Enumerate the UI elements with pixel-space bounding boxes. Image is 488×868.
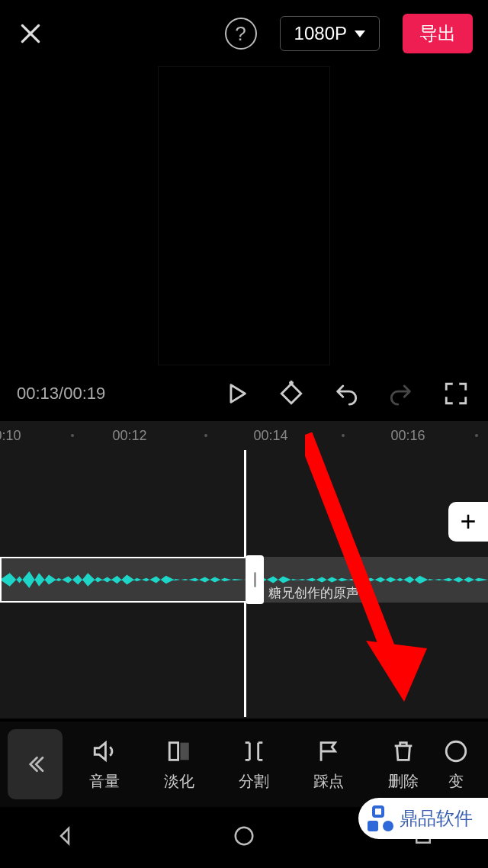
fade-icon (166, 738, 192, 765)
tool-volume[interactable]: 音量 (67, 738, 142, 792)
back-button[interactable] (8, 729, 63, 799)
undo-icon[interactable] (331, 378, 361, 409)
ruler-tick: 00:14 (253, 428, 287, 444)
keyframe-icon[interactable] (276, 378, 307, 409)
svg-point-2 (446, 741, 466, 761)
player-controls: 00:13/00:19 (0, 365, 488, 413)
help-icon[interactable]: ? (225, 18, 257, 50)
redo-icon[interactable] (386, 378, 416, 409)
nav-home-icon[interactable] (233, 825, 255, 850)
change-icon (443, 738, 469, 765)
volume-icon (92, 738, 117, 765)
tool-split[interactable]: 分割 (217, 738, 291, 792)
svg-point-4 (236, 828, 253, 845)
video-preview[interactable] (159, 67, 329, 365)
resolution-selector[interactable]: 1080P (280, 16, 380, 51)
fullscreen-icon[interactable] (441, 378, 471, 409)
nav-back-icon[interactable] (53, 825, 76, 850)
time-ruler[interactable]: 0:10 00:12 00:14 00:16 (0, 421, 488, 450)
audio-track[interactable]: 糖兄创作的原声 (0, 557, 488, 603)
svg-rect-0 (169, 742, 178, 760)
resolution-label: 1080P (294, 23, 347, 44)
tool-delete[interactable]: 删除 (366, 738, 441, 792)
watermark-logo-icon (368, 805, 393, 831)
timeline[interactable]: 0:10 00:12 00:14 00:16 + 糖兄创作的原声 (0, 421, 488, 719)
tool-beat[interactable]: 踩点 (291, 738, 366, 792)
ruler-tick: 00:16 (390, 428, 425, 444)
add-clip-button[interactable]: + (448, 502, 488, 542)
ruler-tick: 00:12 (112, 428, 146, 444)
tool-fade[interactable]: 淡化 (142, 738, 217, 792)
trim-handle[interactable] (246, 555, 264, 604)
svg-rect-1 (180, 742, 188, 760)
export-button[interactable]: 导出 (403, 14, 473, 53)
watermark-badge: 鼎品软件 (358, 798, 488, 839)
tool-change[interactable]: 变 (441, 738, 471, 792)
close-icon[interactable] (15, 18, 46, 49)
flag-icon (316, 738, 342, 765)
timecode: 00:13/00:19 (17, 384, 105, 403)
play-icon[interactable] (221, 378, 252, 409)
chevron-down-icon (355, 31, 365, 37)
audio-clip-label: 糖兄创作的原声 (268, 584, 359, 602)
top-bar: ? 1080P 导出 (0, 0, 488, 67)
ruler-tick: 0:10 (0, 428, 21, 444)
selected-left-region (0, 557, 246, 603)
trash-icon (390, 738, 416, 765)
watermark-text: 鼎品软件 (400, 806, 473, 831)
split-icon (241, 738, 267, 765)
bottom-toolbar: 音量 淡化 分割 踩点 删除 变 (0, 722, 488, 807)
